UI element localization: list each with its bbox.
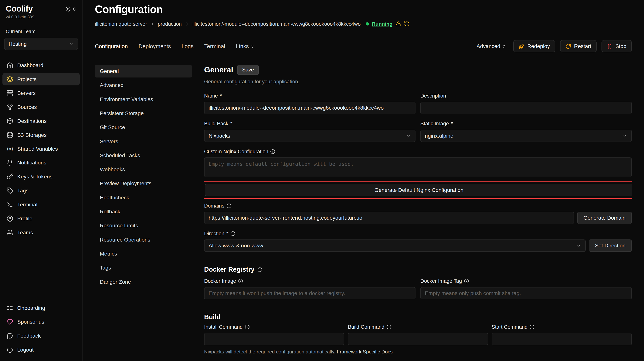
sidebar-item-tags[interactable]: Tags [2,184,80,197]
subnav-item-servers[interactable]: Servers [95,135,192,148]
users-icon [6,229,13,236]
subnav-item-general[interactable]: General [95,65,192,78]
info-icon[interactable] [464,279,469,283]
docker-image-tag-label: Docker Image Tag [420,278,632,284]
sidebar-item-s3-storages[interactable]: S3 Storages [2,129,80,141]
sidebar-item-feedback[interactable]: Feedback [2,330,80,342]
description-label: Description [420,93,632,99]
subnav-item-environment-variables[interactable]: Environment Variables [95,93,192,106]
build-pack-select[interactable]: Nixpacks [204,130,416,142]
subnav-item-persistent-storage[interactable]: Persistent Storage [95,107,192,120]
sidebar-item-onboarding[interactable]: Onboarding [2,302,80,314]
info-icon[interactable] [230,231,235,236]
sidebar-item-servers[interactable]: Servers [2,87,80,99]
theme-chevrons-icon[interactable] [72,7,76,11]
info-icon[interactable] [386,324,391,329]
direction-select[interactable]: Allow www & non-www. [204,239,586,252]
static-image-label: Static Image* [420,121,632,127]
info-icon[interactable] [245,324,250,329]
sidebar-item-profile[interactable]: Profile [2,212,80,225]
generate-domain-button[interactable]: Generate Domain [577,212,632,224]
sidebar-item-sponsor[interactable]: Sponsor us [2,316,80,328]
install-command-label: Install Command [204,324,344,330]
sidebar-item-keys-tokens[interactable]: Keys & Tokens [2,170,80,183]
direction-label: Direction* [204,231,632,237]
subnav-item-metrics[interactable]: Metrics [95,247,192,260]
build-command-input[interactable] [348,333,488,345]
sidebar-nav: Dashboard Projects Servers Sources Desti… [0,59,82,239]
breadcrumb-environment[interactable]: production [158,21,182,27]
tab-logs[interactable]: Logs [182,43,194,50]
subnav-item-scheduled-tasks[interactable]: Scheduled Tasks [95,149,192,162]
info-icon[interactable] [226,203,231,208]
docker-image-tag-input[interactable] [420,287,632,299]
refresh-status-icon[interactable] [404,21,410,27]
subnav-item-resource-limits[interactable]: Resource Limits [95,219,192,232]
tab-terminal[interactable]: Terminal [204,43,225,50]
sidebar-item-notifications[interactable]: Notifications [2,157,80,169]
subnav-item-danger-zone[interactable]: Danger Zone [95,275,192,288]
custom-nginx-label: Custom Nginx Configuration [204,149,632,155]
stop-button[interactable]: Stop [602,40,632,52]
info-icon[interactable] [270,149,275,154]
server-icon [6,90,13,97]
build-heading: Build [204,313,632,321]
sidebar-item-label: S3 Storages [17,132,47,138]
version-label: v4.0.0-beta.399 [0,15,82,20]
tab-configuration[interactable]: Configuration [95,43,128,50]
breadcrumb: illicitonion quote server production ill… [95,21,632,27]
sidebar-item-projects[interactable]: Projects [2,73,80,85]
sidebar-item-label: Sponsor us [17,319,44,325]
tab-deployments[interactable]: Deployments [138,43,171,50]
framework-docs-link[interactable]: Framework Specific Docs [337,349,393,354]
generate-default-nginx-button[interactable]: Generate Default Nginx Configuration [205,184,632,196]
info-icon[interactable] [238,279,243,283]
breadcrumb-resource[interactable]: illicitestonion/-module--decomposition:m… [192,21,361,27]
subnav-item-git-source[interactable]: Git Source [95,121,192,134]
domains-label: Domains [204,203,632,209]
status-running-link[interactable]: Running [372,21,392,27]
advanced-dropdown[interactable]: Advanced [476,43,506,49]
subnav-item-healthcheck[interactable]: Healthcheck [95,191,192,204]
subnav-item-preview-deployments[interactable]: Preview Deployments [95,177,192,190]
save-button[interactable]: Save [237,65,259,75]
sidebar-item-label: Logout [17,347,34,353]
sidebar-item-logout[interactable]: Logout [2,343,80,356]
sidebar-item-dashboard[interactable]: Dashboard [2,59,80,72]
database-icon [6,132,13,138]
set-direction-button[interactable]: Set Direction [589,239,632,252]
heart-icon [6,319,13,325]
restart-button[interactable]: Restart [560,40,596,52]
terminal-icon [6,201,13,208]
domains-input[interactable] [204,212,574,224]
docker-image-input[interactable] [204,287,416,299]
static-image-select[interactable]: nginx:alpine [420,130,632,142]
name-input[interactable] [204,102,416,114]
subnav-item-webhooks[interactable]: Webhooks [95,163,192,176]
sidebar-item-sources[interactable]: Sources [2,101,80,113]
breadcrumb-project[interactable]: illicitonion quote server [95,21,147,27]
sidebar-item-teams[interactable]: Teams [2,226,80,239]
redeploy-button[interactable]: Redeploy [513,40,555,52]
sidebar-item-label: Feedback [17,333,40,339]
subnav-item-tags[interactable]: Tags [95,261,192,274]
chevron-down-icon [622,133,627,138]
info-icon[interactable] [258,267,262,272]
subnav-item-resource-operations[interactable]: Resource Operations [95,233,192,246]
sidebar-item-terminal[interactable]: Terminal [2,198,80,211]
custom-nginx-textarea[interactable] [204,157,632,177]
info-icon[interactable] [530,324,534,329]
subnav-item-rollback[interactable]: Rollback [95,205,192,218]
subnav-item-advanced[interactable]: Advanced [95,79,192,92]
team-select[interactable]: Hosting [4,38,78,50]
checklist-icon [6,305,13,311]
description-input[interactable] [420,102,632,114]
theme-sun-icon[interactable] [65,6,71,12]
tab-links[interactable]: Links [236,43,254,50]
section-subtitle: General configuration for your applicati… [204,79,632,85]
warning-triangle-icon[interactable] [396,21,401,27]
sidebar-item-destinations[interactable]: Destinations [2,115,80,127]
install-command-input[interactable] [204,333,344,345]
sidebar-item-shared-variables[interactable]: (x) Shared Variables [2,143,80,155]
start-command-input[interactable] [492,333,632,345]
